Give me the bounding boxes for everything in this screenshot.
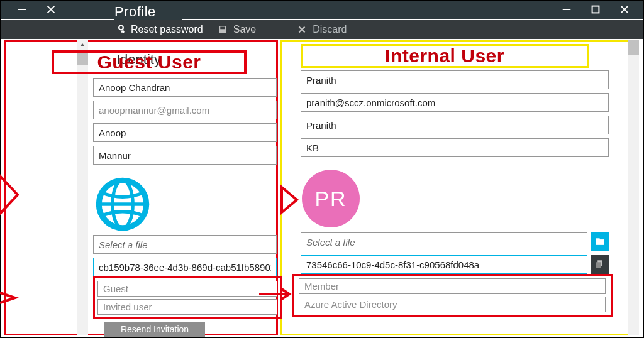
- internal-name-field[interactable]: [301, 70, 609, 89]
- title-bar: Profile: [1, 1, 643, 19]
- internal-user-label: Internal User: [385, 45, 504, 67]
- discard-x-icon: [296, 24, 308, 35]
- internal-usertype-field: [299, 278, 606, 294]
- maximize-icon[interactable]: [581, 1, 610, 18]
- scrollbar-thumb[interactable]: [628, 40, 639, 55]
- arrow-to-guest-type: [0, 290, 19, 308]
- prev-window-minimize-icon[interactable]: [8, 1, 36, 18]
- resend-invitation-label: Resend Invitation: [121, 324, 189, 334]
- copy-objectid-button[interactable]: [591, 255, 609, 274]
- left-window-controls: [8, 1, 65, 18]
- discard-label: Discard: [313, 24, 347, 35]
- guest-firstname-field[interactable]: [93, 123, 277, 142]
- guest-avatar-globe-icon: [94, 176, 151, 235]
- arrow-to-internal-avatar: [282, 187, 303, 215]
- arrow-to-internal-type: [259, 288, 293, 303]
- guest-file-input[interactable]: [93, 235, 277, 254]
- discard-button[interactable]: Discard: [296, 24, 347, 35]
- svg-rect-10: [596, 239, 604, 244]
- arrow-to-guest-avatar: [0, 176, 25, 216]
- internal-avatar: PR: [302, 170, 360, 227]
- internal-file-input[interactable]: [301, 232, 587, 251]
- internal-file-row: [301, 232, 609, 255]
- internal-objectid-field[interactable]: [301, 255, 587, 274]
- folder-icon: [594, 236, 606, 248]
- prev-window-close-icon[interactable]: [36, 1, 65, 18]
- internal-type-source-box: [292, 274, 613, 317]
- svg-rect-13: [596, 262, 601, 268]
- screenshot-frame: Profile Pranith - PREVIEW Reset password…: [0, 0, 644, 338]
- browse-file-button[interactable]: [591, 232, 609, 251]
- guest-usertype-field: [97, 281, 277, 297]
- guest-email-field[interactable]: [93, 101, 277, 119]
- toolbar: Reset password Save Discard: [1, 20, 643, 39]
- guest-source-field: [97, 299, 277, 315]
- guest-type-source-box: [93, 276, 282, 319]
- internal-fields: [301, 70, 609, 161]
- avatar-initials: PR: [314, 187, 347, 211]
- guest-objectid-field[interactable]: [93, 258, 277, 276]
- save-label: Save: [233, 24, 256, 35]
- save-icon: [217, 24, 228, 35]
- guest-user-label: Guest User: [97, 52, 201, 73]
- save-button[interactable]: Save: [217, 24, 256, 35]
- guest-user-annotation: Guest User: [52, 50, 247, 74]
- internal-lastname-field[interactable]: [301, 138, 609, 157]
- window-controls: [552, 1, 639, 18]
- reset-password-button[interactable]: Reset password: [114, 24, 203, 35]
- guest-file-row: [93, 235, 277, 258]
- reset-password-label: Reset password: [131, 24, 203, 35]
- copy-icon: [594, 259, 606, 270]
- scroll-up-arrow-icon[interactable]: [77, 40, 88, 50]
- internal-firstname-field[interactable]: [301, 116, 609, 134]
- internal-source-field: [299, 297, 606, 312]
- guest-fields: [93, 78, 277, 168]
- internal-user-annotation: Internal User: [301, 44, 589, 68]
- close-icon[interactable]: [610, 1, 639, 18]
- left-scrollbar[interactable]: [77, 40, 88, 335]
- internal-email-field[interactable]: [301, 93, 609, 112]
- resend-invitation-button[interactable]: Resend Invitation: [104, 322, 205, 337]
- window-title: Profile: [114, 4, 156, 20]
- right-scrollbar[interactable]: [628, 40, 639, 335]
- guest-lastname-field[interactable]: [93, 146, 277, 165]
- key-icon: [114, 24, 126, 35]
- svg-rect-4: [592, 6, 599, 13]
- minimize-icon[interactable]: [552, 1, 581, 18]
- guest-name-field[interactable]: [93, 78, 277, 97]
- svg-rect-11: [596, 239, 599, 240]
